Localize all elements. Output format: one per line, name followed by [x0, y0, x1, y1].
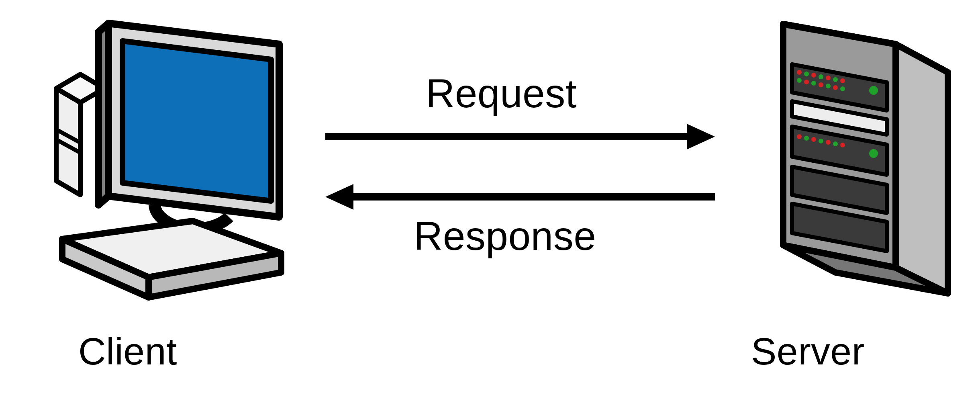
svg-marker-6: [122, 41, 271, 201]
svg-point-36: [811, 137, 816, 142]
client-node: [52, 16, 301, 305]
svg-point-24: [833, 77, 838, 82]
svg-point-30: [826, 84, 831, 88]
svg-point-39: [833, 141, 838, 146]
svg-marker-43: [687, 124, 715, 149]
svg-point-23: [826, 76, 831, 80]
client-label: Client: [78, 329, 177, 373]
response-arrow: [325, 181, 715, 213]
svg-point-32: [840, 86, 845, 91]
server-icon: [735, 20, 952, 325]
arrow-left-icon: [325, 181, 715, 213]
request-arrow: [325, 121, 715, 153]
svg-point-35: [804, 136, 809, 141]
svg-marker-11: [896, 44, 948, 293]
svg-point-27: [804, 80, 809, 84]
server-node: [735, 20, 952, 325]
svg-point-19: [797, 70, 802, 75]
svg-point-21: [811, 73, 816, 78]
svg-point-31: [833, 85, 838, 90]
computer-icon: [52, 16, 301, 305]
request-label: Request: [426, 70, 577, 117]
svg-point-41: [869, 149, 878, 158]
svg-point-26: [797, 78, 802, 83]
svg-marker-45: [325, 184, 353, 210]
svg-point-38: [826, 140, 831, 145]
response-label: Response: [414, 213, 596, 259]
svg-marker-5: [98, 23, 108, 205]
server-label: Server: [751, 329, 865, 373]
svg-point-29: [819, 82, 823, 87]
svg-point-37: [819, 139, 823, 143]
svg-point-22: [819, 74, 823, 79]
client-server-diagram: Request Response Client Server: [0, 0, 980, 397]
svg-point-25: [840, 78, 845, 83]
svg-point-33: [869, 86, 878, 95]
svg-point-34: [797, 134, 802, 139]
svg-point-28: [811, 81, 816, 86]
svg-point-20: [804, 72, 809, 76]
arrow-right-icon: [325, 121, 715, 153]
svg-point-40: [840, 143, 845, 147]
